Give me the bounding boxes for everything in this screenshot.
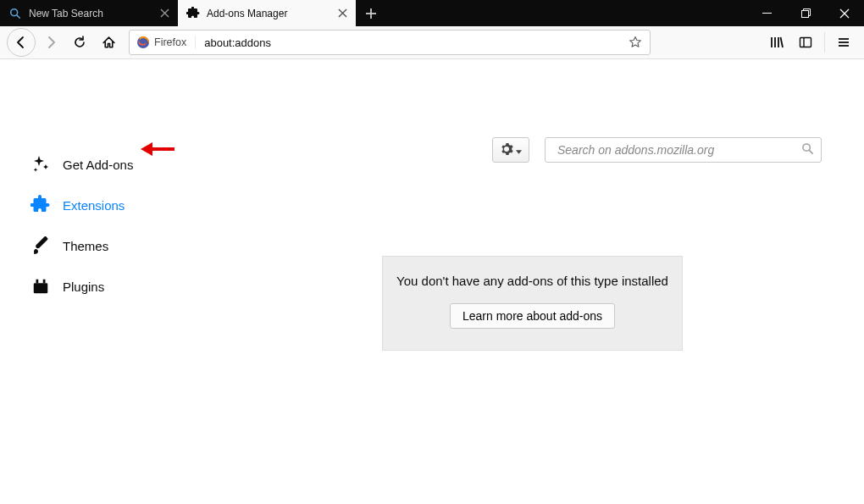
sidebar-item-extensions[interactable]: Extensions xyxy=(30,185,195,225)
learn-more-button[interactable]: Learn more about add-ons xyxy=(450,303,615,329)
search-icon xyxy=(8,7,22,20)
chevron-down-icon xyxy=(516,144,522,157)
svg-line-16 xyxy=(781,37,784,47)
identity-box[interactable]: Firefox xyxy=(136,36,196,49)
close-button[interactable] xyxy=(825,0,864,26)
tab-label: New Tab Search xyxy=(29,8,152,19)
window-controls xyxy=(747,0,864,26)
sidebar-item-themes[interactable]: Themes xyxy=(30,225,195,266)
forward-button xyxy=(37,29,64,56)
url-input[interactable] xyxy=(204,36,624,49)
addons-page: Get Add-ons Extensions Themes Plugins xyxy=(0,59,864,504)
sidebar-item-label: Get Add-ons xyxy=(63,158,133,172)
gear-icon xyxy=(500,142,513,158)
categories-sidebar: Get Add-ons Extensions Themes Plugins xyxy=(0,59,195,504)
puzzle-icon xyxy=(30,195,51,215)
main-panel: You don't have any add-ons of this type … xyxy=(195,59,864,504)
svg-rect-24 xyxy=(43,280,46,284)
back-button[interactable] xyxy=(7,28,36,57)
tab-newtabsearch[interactable]: New Tab Search xyxy=(0,0,178,26)
puzzle-icon xyxy=(186,7,200,20)
url-bar[interactable]: Firefox xyxy=(129,30,651,55)
titlebar: New Tab Search Add-ons Manager xyxy=(0,0,864,26)
menu-button[interactable] xyxy=(830,29,857,56)
home-button[interactable] xyxy=(95,29,122,56)
plugin-icon xyxy=(30,276,51,296)
empty-message: You don't have any add-ons of this type … xyxy=(391,274,673,288)
identity-label: Firefox xyxy=(154,36,186,48)
library-button[interactable] xyxy=(763,29,790,56)
tab-addons-manager[interactable]: Add-ons Manager xyxy=(178,0,356,26)
bookmark-star-button[interactable] xyxy=(624,31,646,53)
search-icon[interactable] xyxy=(801,142,814,158)
top-controls xyxy=(492,137,822,163)
maximize-button[interactable] xyxy=(786,0,825,26)
svg-line-26 xyxy=(809,150,812,153)
minimize-button[interactable] xyxy=(747,0,786,26)
svg-rect-9 xyxy=(801,11,808,18)
sidebar-button[interactable] xyxy=(792,29,819,56)
reload-button[interactable] xyxy=(66,29,93,56)
brush-icon xyxy=(30,235,51,256)
sparkle-icon xyxy=(30,154,51,174)
sidebar-item-plugins[interactable]: Plugins xyxy=(30,266,195,307)
svg-rect-22 xyxy=(34,283,48,293)
new-tab-button[interactable] xyxy=(356,0,386,26)
tabstrip: New Tab Search Add-ons Manager xyxy=(0,0,747,26)
tools-menu-button[interactable] xyxy=(492,137,529,163)
sidebar-item-label: Plugins xyxy=(63,280,104,294)
sidebar-item-get-addons[interactable]: Get Add-ons xyxy=(30,144,195,185)
svg-line-1 xyxy=(17,14,20,18)
firefox-icon xyxy=(136,36,150,49)
svg-rect-23 xyxy=(36,280,39,284)
toolbar: Firefox xyxy=(0,26,864,59)
empty-addons-panel: You don't have any add-ons of this type … xyxy=(382,256,683,351)
search-input[interactable] xyxy=(557,143,801,157)
svg-rect-17 xyxy=(800,38,811,47)
sidebar-item-label: Extensions xyxy=(63,198,125,213)
close-icon[interactable] xyxy=(335,7,349,20)
close-icon[interactable] xyxy=(158,7,171,20)
separator xyxy=(824,32,825,53)
addon-search-box[interactable] xyxy=(545,137,822,163)
sidebar-item-label: Themes xyxy=(63,239,108,253)
tab-label: Add-ons Manager xyxy=(207,8,330,19)
